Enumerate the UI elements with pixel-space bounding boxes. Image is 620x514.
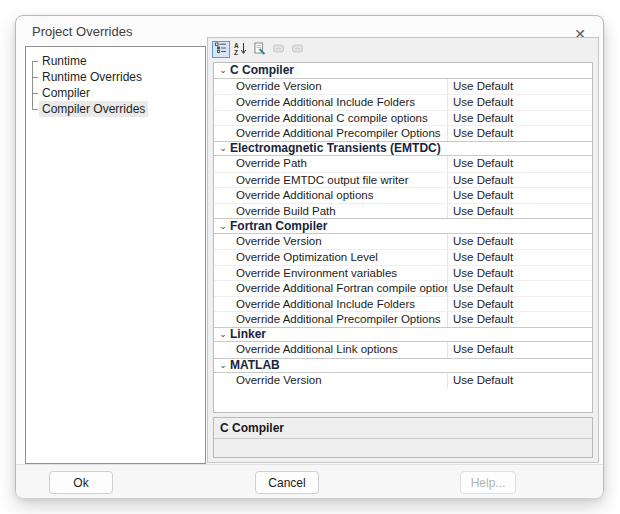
sidebar-item-runtime-overrides[interactable]: Runtime Overrides bbox=[26, 69, 205, 85]
property-grid: ⌄C CompilerOverride VersionUse DefaultOv… bbox=[213, 62, 593, 413]
property-name: Override Environment variables bbox=[214, 266, 448, 281]
property-row[interactable]: Override Build PathUse Default bbox=[214, 203, 592, 219]
tree-items: RuntimeRuntime OverridesCompilerCompiler… bbox=[26, 47, 205, 117]
tree-panel: RuntimeRuntime OverridesCompilerCompiler… bbox=[25, 46, 206, 464]
property-value[interactable]: Use Default bbox=[448, 281, 592, 296]
sidebar-item-label: Compiler Overrides bbox=[39, 101, 148, 117]
property-value[interactable]: Use Default bbox=[448, 234, 592, 250]
chevron-down-icon[interactable]: ⌄ bbox=[216, 358, 230, 372]
property-row[interactable]: Override Additional Precompiler OptionsU… bbox=[214, 125, 592, 141]
svg-text:Z: Z bbox=[234, 48, 238, 55]
description-title: C Compiler bbox=[220, 421, 284, 435]
category-label: Linker bbox=[230, 327, 266, 341]
property-value[interactable]: Use Default bbox=[448, 342, 592, 358]
property-value[interactable]: Use Default bbox=[448, 111, 592, 126]
property-name: Override Additional Include Folders bbox=[214, 297, 448, 312]
category-label: Electromagnetic Transients (EMTDC) bbox=[230, 141, 441, 155]
property-name: Override Additional C compile options bbox=[214, 111, 448, 126]
category-row-linker[interactable]: ⌄Linker bbox=[214, 327, 592, 343]
property-name: Override Version bbox=[214, 373, 448, 389]
ok-button[interactable]: Ok bbox=[49, 471, 113, 494]
property-row[interactable]: Override EMTDC output file writerUse Def… bbox=[214, 172, 592, 188]
disabled-tool-icon-1 bbox=[272, 42, 285, 58]
project-overrides-dialog: Project Overrides ✕ RuntimeRuntime Overr… bbox=[15, 15, 604, 498]
property-grid-toolbar: A Z bbox=[212, 41, 306, 59]
category-label: MATLAB bbox=[230, 358, 280, 372]
property-name: Override Optimization Level bbox=[214, 250, 448, 265]
property-value[interactable]: Use Default bbox=[448, 204, 592, 219]
property-row[interactable]: Override Additional optionsUse Default bbox=[214, 187, 592, 203]
property-row[interactable]: Override VersionUse Default bbox=[214, 373, 592, 389]
property-row[interactable]: Override Additional Include FoldersUse D… bbox=[214, 296, 592, 312]
property-value[interactable]: Use Default bbox=[448, 126, 592, 141]
property-value[interactable]: Use Default bbox=[448, 373, 592, 389]
sort-alphabetical-button[interactable]: A Z bbox=[231, 41, 249, 58]
property-name: Override Version bbox=[214, 234, 448, 250]
cancel-button[interactable]: Cancel bbox=[255, 471, 319, 494]
chevron-down-icon[interactable]: ⌄ bbox=[216, 219, 230, 233]
sort-alphabetical-icon: A Z bbox=[234, 42, 247, 58]
sidebar-item-compiler[interactable]: Compiler bbox=[26, 85, 205, 101]
property-pages-button[interactable] bbox=[250, 41, 268, 58]
property-row[interactable]: Override Additional Include FoldersUse D… bbox=[214, 94, 592, 110]
property-value[interactable]: Use Default bbox=[448, 188, 592, 203]
disabled-tool-button-2 bbox=[288, 41, 306, 58]
property-value[interactable]: Use Default bbox=[448, 266, 592, 281]
property-name: Override Additional Fortran compile opti… bbox=[214, 281, 448, 296]
category-row-c-compiler[interactable]: ⌄C Compiler bbox=[214, 63, 592, 79]
property-row[interactable]: Override VersionUse Default bbox=[214, 79, 592, 95]
property-name: Override Additional Include Folders bbox=[214, 95, 448, 110]
property-name: Override Additional Precompiler Options bbox=[214, 312, 448, 327]
property-value[interactable]: Use Default bbox=[448, 297, 592, 312]
property-value[interactable]: Use Default bbox=[448, 173, 592, 188]
description-panel: C Compiler bbox=[213, 417, 593, 458]
category-row-electromagnetic-transients-emtdc[interactable]: ⌄Electromagnetic Transients (EMTDC) bbox=[214, 141, 592, 157]
sidebar-item-compiler-overrides[interactable]: Compiler Overrides bbox=[26, 101, 205, 117]
screen: Project Overrides ✕ RuntimeRuntime Overr… bbox=[0, 0, 620, 514]
property-name: Override Version bbox=[214, 79, 448, 95]
property-name: Override Additional Link options bbox=[214, 342, 448, 358]
chevron-down-icon[interactable]: ⌄ bbox=[216, 141, 230, 155]
property-row[interactable]: Override VersionUse Default bbox=[214, 234, 592, 250]
chevron-down-icon[interactable]: ⌄ bbox=[216, 63, 230, 77]
footer: Ok Cancel Help... bbox=[16, 464, 603, 498]
help-button: Help... bbox=[460, 471, 516, 494]
property-value[interactable]: Use Default bbox=[448, 250, 592, 265]
categorized-icon bbox=[215, 42, 227, 57]
sidebar-item-label: Runtime bbox=[39, 53, 90, 69]
property-row[interactable]: Override Environment variablesUse Defaul… bbox=[214, 265, 592, 281]
property-name: Override EMTDC output file writer bbox=[214, 173, 448, 188]
property-value[interactable]: Use Default bbox=[448, 312, 592, 327]
category-row-fortran-compiler[interactable]: ⌄Fortran Compiler bbox=[214, 218, 592, 234]
property-name: Override Path bbox=[214, 156, 448, 172]
sidebar-item-label: Runtime Overrides bbox=[39, 69, 145, 85]
property-row[interactable]: Override Additional Precompiler OptionsU… bbox=[214, 311, 592, 327]
description-separator bbox=[214, 438, 592, 439]
categorized-button[interactable] bbox=[212, 41, 230, 58]
property-value[interactable]: Use Default bbox=[448, 156, 592, 172]
dialog-title: Project Overrides bbox=[32, 24, 132, 39]
disabled-tool-button-1 bbox=[269, 41, 287, 58]
property-row[interactable]: Override Additional Fortran compile opti… bbox=[214, 280, 592, 296]
chevron-down-icon[interactable]: ⌄ bbox=[216, 327, 230, 341]
category-row-matlab[interactable]: ⌄MATLAB bbox=[214, 358, 592, 374]
category-label: Fortran Compiler bbox=[230, 219, 327, 233]
properties-panel: A Z bbox=[207, 37, 599, 463]
property-name: Override Additional options bbox=[214, 188, 448, 203]
property-row[interactable]: Override Additional C compile optionsUse… bbox=[214, 110, 592, 126]
property-name: Override Build Path bbox=[214, 204, 448, 219]
disabled-tool-icon-2 bbox=[291, 42, 304, 58]
property-value[interactable]: Use Default bbox=[448, 95, 592, 110]
property-pages-icon bbox=[253, 42, 266, 58]
property-value[interactable]: Use Default bbox=[448, 79, 592, 95]
property-name: Override Additional Precompiler Options bbox=[214, 126, 448, 141]
sidebar-item-label: Compiler bbox=[39, 85, 93, 101]
property-row[interactable]: Override Optimization LevelUse Default bbox=[214, 249, 592, 265]
property-row[interactable]: Override Additional Link optionsUse Defa… bbox=[214, 342, 592, 358]
property-row[interactable]: Override PathUse Default bbox=[214, 156, 592, 172]
category-label: C Compiler bbox=[230, 63, 294, 77]
sidebar-item-runtime[interactable]: Runtime bbox=[26, 53, 205, 69]
